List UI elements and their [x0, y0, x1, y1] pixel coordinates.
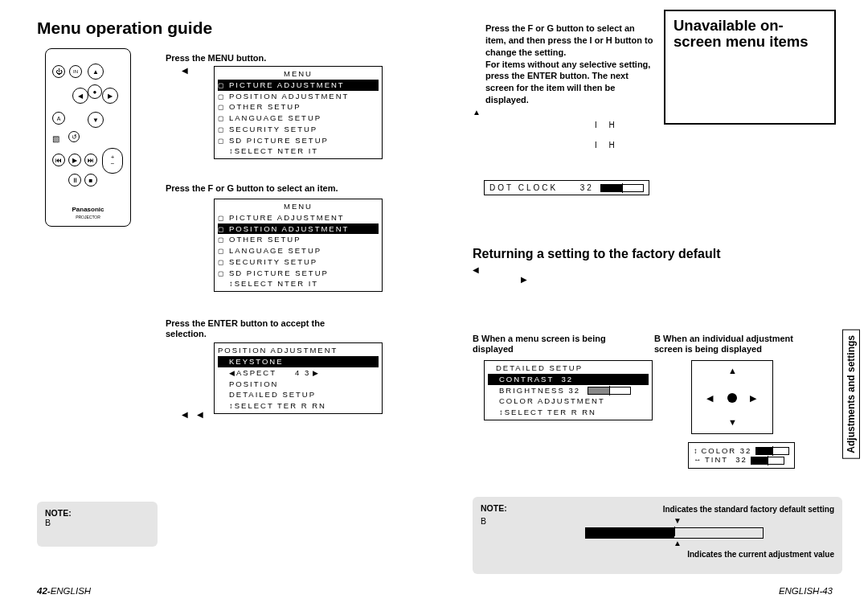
returning-title: Returning a setting to the factory defau…: [473, 247, 720, 261]
remote-brand: Panasonic: [46, 206, 130, 213]
side-tab: Adjustments and settings: [842, 330, 860, 459]
osd-menu-1: MENU ▢PICTURE ADJUSTMENT ▢POSITION ADJUS…: [214, 66, 383, 159]
remote-control-illustration: ⏻ IN ▲ ◀ ▶ ● ▼ A ▧ ↺ ⏮ ▶ ⏭ +− ⏸ ■ Panaso…: [45, 48, 131, 227]
arrow-left-icon: ◀: [473, 265, 479, 274]
in-icon: IN: [73, 69, 78, 74]
page-number-left: 42-ENGLISH: [37, 586, 91, 596]
case1-label: B When a menu screen is being displayed: [473, 334, 641, 355]
case2-label: B When an individual adjustment screen i…: [654, 334, 823, 355]
step3-label: Press the ENTER button to accept the sel…: [166, 318, 350, 339]
power-icon: ⏻: [55, 68, 62, 76]
arrow-left-icon: ◀: [182, 66, 188, 75]
page-title-left: Menu operation guide: [37, 18, 212, 38]
page-number-right: ENGLISH-43: [779, 586, 833, 596]
unavailable-menu-box: Unavailable on-screen menu items: [664, 10, 836, 125]
ih-indicator: I H: [595, 121, 620, 129]
arrow-right-icon: ▶: [521, 275, 527, 284]
note-box-right: NOTE: B Indicates the standard factory d…: [473, 497, 842, 574]
ih-indicator: I H: [595, 141, 620, 150]
osd-menu-3: POSITION ADJUSTMENT KEYSTONE ASPECT 4 3 …: [214, 342, 383, 414]
step4-label: Press the F or G button to select an ite…: [485, 23, 654, 106]
osd-menu-4: DETAILED SETUP CONTRAST 32 BRIGHTNESS 32…: [484, 360, 653, 420]
step1-label: Press the MENU button.: [166, 53, 266, 64]
dpad-illustration: ▲ ◀ ▶ ▼: [691, 360, 773, 434]
dot-clock-row: DOT CLOCK 32: [484, 180, 649, 195]
remote-sub: PROJECTOR: [46, 215, 130, 219]
arrow-up-icon: ▲: [473, 108, 481, 117]
osd-menu-2: MENU ▢PICTURE ADJUSTMENT ▢POSITION ADJUS…: [214, 199, 383, 292]
arrow-left-icon: ◀ ◀: [182, 410, 207, 419]
note-box-left: NOTE: B: [37, 502, 158, 547]
color-tint-box: ↕ COLOR 32 ↔ TINT 32: [688, 442, 795, 469]
step2-label: Press the F or G button to select an ite…: [166, 183, 375, 194]
